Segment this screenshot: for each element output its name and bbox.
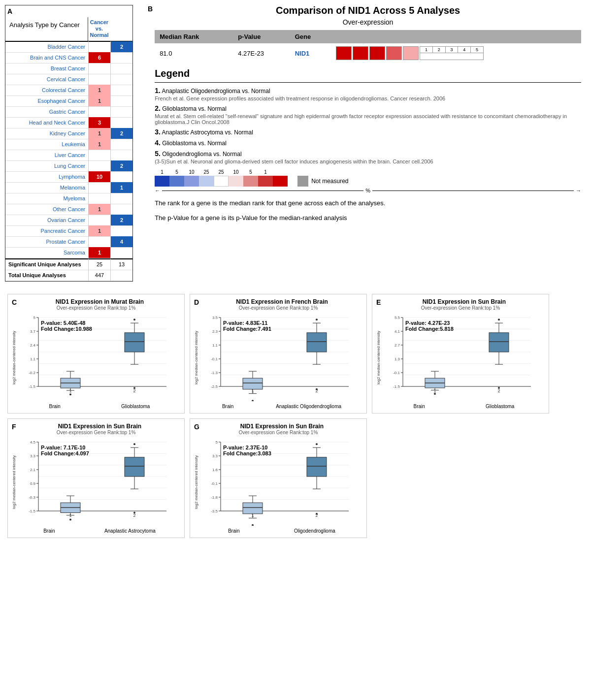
scale-box-3 — [184, 176, 199, 187]
chart-panel-e: ENID1 Expression in Sun BrainOver-expres… — [372, 294, 549, 414]
svg-point-105 — [434, 393, 436, 395]
svg-text:5.5: 5.5 — [394, 316, 400, 320]
svg-point-74 — [316, 388, 318, 390]
col-headers: Cancervs.Normal — [88, 17, 132, 42]
cancer-name: Breast Cancer — [5, 65, 88, 71]
color-scale: 1 5 10 25 25 10 5 1 — [155, 169, 581, 193]
cancer-name: Gastric Cancer — [5, 109, 88, 115]
svg-text:2: 2 — [133, 388, 135, 393]
chart-area: log2 median-centered intensity -1.5-0.21… — [12, 313, 180, 403]
col-header-1: Cancervs.Normal — [88, 17, 110, 41]
cancer-name: Prostate Cancer — [5, 239, 88, 245]
svg-rect-106 — [489, 332, 509, 351]
cancer-row: Prostate Cancer4 — [5, 237, 132, 248]
cancer-row: Liver Cancer — [5, 150, 132, 161]
cancer-name: Colorectal Cancer — [5, 87, 88, 93]
chart-area: log2 median-centered intensity -1.5-0.30… — [12, 437, 180, 527]
td-colorboxes: 1 2 3 4 5 — [331, 43, 581, 63]
chart-panel-d: DNID1 Expression in French BrainOver-exp… — [190, 294, 367, 414]
scale-box-9 — [273, 176, 288, 187]
td-median-rank: 81.0 — [155, 43, 233, 63]
svg-text:-3.5: -3.5 — [211, 509, 218, 513]
cancer-row: Bladder Cancer2 — [5, 42, 132, 53]
chart-title: NID1 Expression in Sun Brain — [201, 423, 362, 430]
svg-text:3.3: 3.3 — [212, 454, 218, 458]
box-num-4: 4 — [458, 47, 471, 53]
svg-text:2.3: 2.3 — [212, 329, 218, 334]
svg-point-112 — [498, 387, 500, 389]
chart-subtitle: Over-expression Gene Rank:top 1% — [194, 430, 362, 435]
pvalue-text: P-value: 4.83E-11 — [223, 320, 271, 326]
x-label: Brain — [43, 528, 55, 534]
x-label: Oligodendroglioma — [294, 528, 335, 534]
chart-area: log2 median-centered intensity -3.5-1.8-… — [194, 437, 362, 527]
scale-labels: 1 5 10 25 25 10 5 1 — [155, 169, 581, 175]
svg-text:5: 5 — [216, 440, 218, 445]
cancer-row: Lymphoma10 — [5, 172, 132, 183]
stats-text: P-value: 7.17E-10Fold Change:4.097 — [41, 445, 89, 456]
data-table: Median Rank p-Value Gene 81.0 4.27E-23 N… — [155, 30, 581, 63]
cancer-row: Sarcoma1 — [5, 248, 132, 258]
svg-rect-68 — [307, 332, 327, 351]
svg-point-36 — [133, 387, 135, 389]
th-gene: Gene — [290, 30, 331, 43]
y-axis-label: log2 median-centered intensity — [12, 437, 19, 527]
cancer-name: Cervical Cancer — [5, 76, 88, 82]
svg-text:5: 5 — [33, 316, 36, 320]
chart-subtitle: Over-expression Gene Rank:top 1% — [12, 305, 180, 311]
panel-b-subtitle: Over-expression — [155, 18, 581, 26]
fold-change-text: Fold Change:5.818 — [405, 326, 454, 332]
cancer-row: Myeloma — [5, 193, 132, 204]
fold-change-text: Fold Change:3.083 — [223, 450, 271, 456]
td-pvalue: 4.27E-23 — [233, 43, 290, 63]
cancer-row: Esophageal Cancer1 — [5, 96, 132, 107]
pvalue-text: P-value: 7.17E-10 — [41, 445, 89, 450]
footer-row: Significant Unique Analyses2513 — [5, 259, 132, 270]
scale-arrow-row: ← % → — [155, 188, 581, 193]
svg-rect-30 — [125, 332, 144, 351]
color-box-5 — [403, 46, 419, 60]
svg-text:-0.1: -0.1 — [393, 371, 400, 375]
cancer-name: Ovarian Cancer — [5, 217, 88, 223]
th-median-rank: Median Rank — [155, 30, 233, 43]
box-num-2: 2 — [433, 47, 446, 53]
svg-text:-0.3: -0.3 — [29, 495, 35, 500]
main-container: A Analysis Type by Cancer Cancervs.Norma… — [0, 0, 591, 700]
panel-b-title: Comparison of NID1 Across 5 Analyses — [155, 5, 581, 16]
cancer-row: Breast Cancer — [5, 64, 132, 74]
nm-box — [297, 176, 308, 187]
svg-rect-182 — [307, 457, 327, 476]
svg-text:3.5: 3.5 — [212, 316, 218, 320]
svg-text:-2.5: -2.5 — [211, 384, 218, 389]
x-label: Brain — [414, 404, 425, 409]
svg-text:1.6: 1.6 — [212, 468, 218, 472]
scale-box-2 — [169, 176, 184, 187]
svg-text:-0.1: -0.1 — [211, 357, 218, 361]
legend-item: 3. Anaplastic Astrocytoma vs. Normal — [155, 128, 581, 136]
stats-text: P-value: 4.83E-11Fold Change:7.491 — [223, 320, 271, 332]
cancer-row: Leukemia1 — [5, 139, 132, 150]
chart-subtitle: Over-expression Gene Rank:top 1% — [194, 305, 362, 311]
svg-text:4.5: 4.5 — [30, 440, 36, 445]
cancer-row: Pancreatic Cancer1 — [5, 226, 132, 237]
chart-label-e: E — [376, 298, 381, 306]
cancer-row: Brain and CNS Cancer6 — [5, 53, 132, 64]
box-num-3: 3 — [446, 47, 459, 53]
chart-label-c: C — [12, 298, 17, 306]
cancer-row: Cervical Cancer — [5, 74, 132, 85]
chart-panel-c: CNID1 Expression in Murat BrainOver-expr… — [7, 294, 185, 414]
svg-text:-1.3: -1.3 — [211, 371, 218, 375]
chart-title: NID1 Expression in Sun Brain — [384, 298, 545, 305]
scale-box-4 — [199, 176, 214, 187]
svg-point-188 — [316, 512, 318, 514]
chart-title: NID1 Expression in French Brain — [201, 298, 362, 305]
x-label: Anaplastic Astrocytoma — [104, 528, 156, 534]
box-num-1: 1 — [420, 47, 433, 53]
svg-text:2.7: 2.7 — [394, 343, 400, 348]
cancer-name: Sarcoma — [5, 250, 88, 255]
cancer-name: Liver Cancer — [5, 152, 88, 158]
stats-text: P-value: 5.40E-48Fold Change:10.988 — [41, 320, 92, 332]
cancer-name: Leukemia — [5, 141, 88, 147]
svg-point-189 — [316, 443, 318, 445]
rank-text-1: The rank for a gene is the median rank f… — [155, 198, 581, 208]
